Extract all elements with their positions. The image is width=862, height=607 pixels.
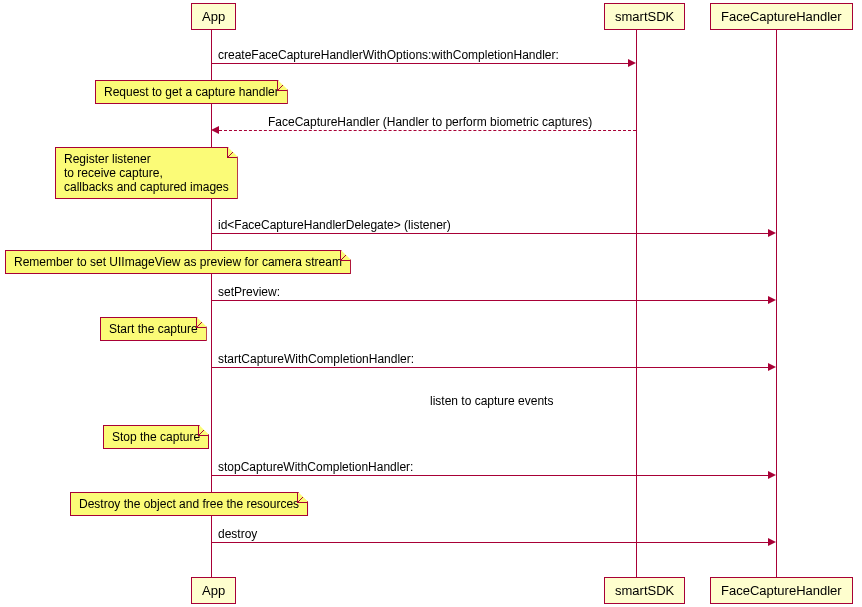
msg-stopcapture-arrow (211, 475, 769, 476)
participant-handler-bottom: FaceCaptureHandler (710, 577, 853, 604)
msg-return-arrow (219, 130, 636, 132)
note-request-handler: Request to get a capture handler (95, 80, 288, 104)
msg-setpreview-arrow (211, 300, 769, 301)
msg-listener-arrow (211, 233, 769, 234)
msg-return-arrowhead (211, 126, 219, 134)
participant-handler-top: FaceCaptureHandler (710, 3, 853, 30)
note-set-preview: Remember to set UIImageView as preview f… (5, 250, 351, 274)
lifeline-sdk (636, 30, 637, 577)
msg-create-arrow (211, 63, 629, 64)
msg-startcapture-arrowhead (768, 363, 776, 371)
msg-stopcapture-arrowhead (768, 471, 776, 479)
participant-sdk-top: smartSDK (604, 3, 685, 30)
msg-startcapture-arrow (211, 367, 769, 368)
msg-setpreview-arrowhead (768, 296, 776, 304)
msg-setpreview-label: setPreview: (218, 285, 280, 299)
divider-label: listen to capture events (430, 394, 553, 408)
msg-return-label: FaceCaptureHandler (Handler to perform b… (268, 115, 592, 129)
msg-listener-arrowhead (768, 229, 776, 237)
msg-destroy-arrow (211, 542, 769, 543)
msg-destroy-label: destroy (218, 527, 257, 541)
note-register-listener: Register listener to receive capture, ca… (55, 147, 238, 199)
msg-destroy-arrowhead (768, 538, 776, 546)
note-start-capture: Start the capture (100, 317, 207, 341)
msg-startcapture-label: startCaptureWithCompletionHandler: (218, 352, 414, 366)
msg-stopcapture-label: stopCaptureWithCompletionHandler: (218, 460, 413, 474)
divider-dash-app (211, 374, 213, 424)
note-destroy: Destroy the object and free the resource… (70, 492, 308, 516)
participant-app-top: App (191, 3, 236, 30)
lifeline-handler (776, 30, 777, 577)
divider-dash-handler (776, 374, 778, 424)
msg-create-label: createFaceCaptureHandlerWithOptions:with… (218, 48, 559, 62)
participant-sdk-bottom: smartSDK (604, 577, 685, 604)
participant-app-bottom: App (191, 577, 236, 604)
note-stop-capture: Stop the capture (103, 425, 209, 449)
msg-listener-label: id<FaceCaptureHandlerDelegate> (listener… (218, 218, 451, 232)
msg-create-arrowhead (628, 59, 636, 67)
